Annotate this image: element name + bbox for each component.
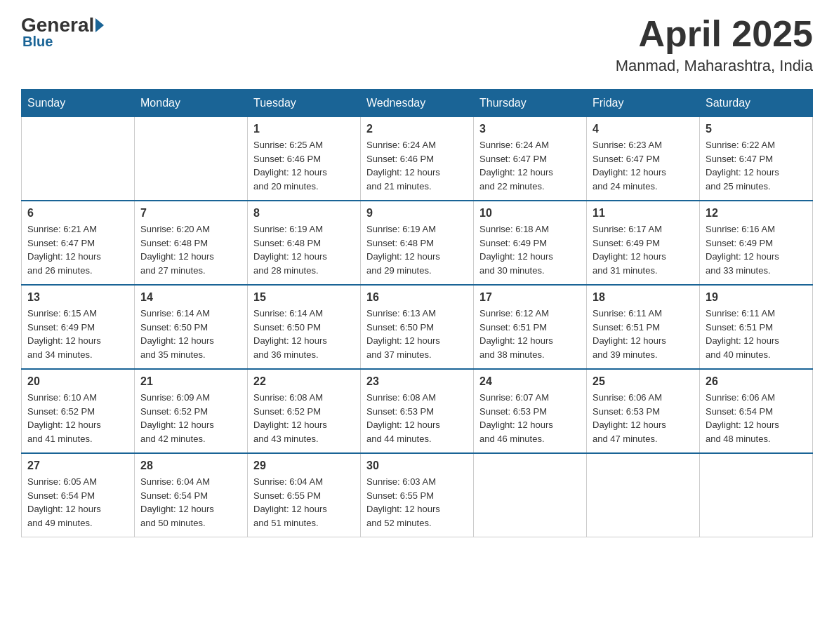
day-info: Sunrise: 6:21 AMSunset: 6:47 PMDaylight:… (27, 222, 128, 277)
calendar-cell: 24Sunrise: 6:07 AMSunset: 6:53 PMDayligh… (474, 369, 587, 453)
calendar-cell: 21Sunrise: 6:09 AMSunset: 6:52 PMDayligh… (135, 369, 248, 453)
day-number: 8 (253, 207, 355, 220)
day-info: Sunrise: 6:12 AMSunset: 6:51 PMDaylight:… (479, 307, 581, 361)
day-number: 28 (140, 459, 241, 472)
day-number: 26 (706, 375, 807, 388)
calendar-header-friday: Friday (587, 90, 700, 117)
day-number: 14 (140, 291, 241, 304)
calendar-cell (587, 453, 700, 537)
day-number: 19 (706, 291, 807, 304)
calendar-cell (474, 453, 587, 537)
day-info: Sunrise: 6:20 AMSunset: 6:48 PMDaylight:… (140, 222, 241, 277)
day-number: 16 (366, 291, 468, 304)
day-info: Sunrise: 6:16 AMSunset: 6:49 PMDaylight:… (706, 222, 807, 277)
day-number: 1 (253, 123, 355, 135)
day-number: 7 (140, 207, 241, 220)
day-info: Sunrise: 6:22 AMSunset: 6:47 PMDaylight:… (706, 138, 807, 193)
logo: General Blue (21, 14, 105, 50)
day-info: Sunrise: 6:04 AMSunset: 6:54 PMDaylight:… (140, 475, 241, 530)
calendar-cell (22, 117, 135, 201)
day-number: 17 (479, 291, 581, 304)
calendar-cell: 19Sunrise: 6:11 AMSunset: 6:51 PMDayligh… (700, 285, 813, 369)
day-number: 24 (479, 375, 581, 388)
calendar-cell: 29Sunrise: 6:04 AMSunset: 6:55 PMDayligh… (248, 453, 361, 537)
logo-blue: Blue (22, 34, 53, 50)
day-number: 15 (253, 291, 355, 304)
day-info: Sunrise: 6:07 AMSunset: 6:53 PMDaylight:… (479, 391, 581, 445)
day-info: Sunrise: 6:17 AMSunset: 6:49 PMDaylight:… (593, 222, 694, 277)
calendar-cell: 28Sunrise: 6:04 AMSunset: 6:54 PMDayligh… (135, 453, 248, 537)
day-info: Sunrise: 6:11 AMSunset: 6:51 PMDaylight:… (593, 307, 694, 361)
calendar-cell: 13Sunrise: 6:15 AMSunset: 6:49 PMDayligh… (22, 285, 135, 369)
title-section: April 2025 Manmad, Maharashtra, India (616, 14, 813, 75)
calendar-header-saturday: Saturday (700, 90, 813, 117)
day-number: 5 (706, 123, 807, 135)
calendar-table: SundayMondayTuesdayWednesdayThursdayFrid… (21, 89, 813, 537)
day-number: 10 (479, 207, 581, 220)
day-info: Sunrise: 6:04 AMSunset: 6:55 PMDaylight:… (253, 475, 355, 530)
calendar-cell: 25Sunrise: 6:06 AMSunset: 6:53 PMDayligh… (587, 369, 700, 453)
calendar-cell: 7Sunrise: 6:20 AMSunset: 6:48 PMDaylight… (135, 201, 248, 285)
calendar-week-row: 6Sunrise: 6:21 AMSunset: 6:47 PMDaylight… (22, 201, 813, 285)
day-info: Sunrise: 6:18 AMSunset: 6:49 PMDaylight:… (479, 222, 581, 277)
day-info: Sunrise: 6:11 AMSunset: 6:51 PMDaylight:… (706, 307, 807, 361)
calendar-cell: 8Sunrise: 6:19 AMSunset: 6:48 PMDaylight… (248, 201, 361, 285)
calendar-header-thursday: Thursday (474, 90, 587, 117)
calendar-header-monday: Monday (135, 90, 248, 117)
day-info: Sunrise: 6:13 AMSunset: 6:50 PMDaylight:… (366, 307, 468, 361)
day-number: 25 (593, 375, 694, 388)
day-info: Sunrise: 6:14 AMSunset: 6:50 PMDaylight:… (140, 307, 241, 361)
day-info: Sunrise: 6:06 AMSunset: 6:54 PMDaylight:… (706, 391, 807, 445)
calendar-cell: 10Sunrise: 6:18 AMSunset: 6:49 PMDayligh… (474, 201, 587, 285)
day-info: Sunrise: 6:24 AMSunset: 6:47 PMDaylight:… (479, 138, 581, 193)
day-info: Sunrise: 6:15 AMSunset: 6:49 PMDaylight:… (27, 307, 128, 361)
calendar-cell: 16Sunrise: 6:13 AMSunset: 6:50 PMDayligh… (361, 285, 474, 369)
calendar-cell (135, 117, 248, 201)
calendar-cell: 3Sunrise: 6:24 AMSunset: 6:47 PMDaylight… (474, 117, 587, 201)
calendar-cell: 11Sunrise: 6:17 AMSunset: 6:49 PMDayligh… (587, 201, 700, 285)
calendar-cell: 18Sunrise: 6:11 AMSunset: 6:51 PMDayligh… (587, 285, 700, 369)
day-number: 9 (366, 207, 468, 220)
day-number: 2 (366, 123, 468, 135)
calendar-header-tuesday: Tuesday (248, 90, 361, 117)
calendar-cell: 2Sunrise: 6:24 AMSunset: 6:46 PMDaylight… (361, 117, 474, 201)
calendar-cell: 4Sunrise: 6:23 AMSunset: 6:47 PMDaylight… (587, 117, 700, 201)
day-info: Sunrise: 6:05 AMSunset: 6:54 PMDaylight:… (27, 475, 128, 530)
calendar-cell: 30Sunrise: 6:03 AMSunset: 6:55 PMDayligh… (361, 453, 474, 537)
day-number: 21 (140, 375, 241, 388)
calendar-header-sunday: Sunday (22, 90, 135, 117)
day-number: 3 (479, 123, 581, 135)
day-number: 22 (253, 375, 355, 388)
calendar-cell: 1Sunrise: 6:25 AMSunset: 6:46 PMDaylight… (248, 117, 361, 201)
month-title: April 2025 (616, 14, 813, 54)
day-info: Sunrise: 6:03 AMSunset: 6:55 PMDaylight:… (366, 475, 468, 530)
day-info: Sunrise: 6:08 AMSunset: 6:52 PMDaylight:… (253, 391, 355, 445)
calendar-week-row: 13Sunrise: 6:15 AMSunset: 6:49 PMDayligh… (22, 285, 813, 369)
day-info: Sunrise: 6:14 AMSunset: 6:50 PMDaylight:… (253, 307, 355, 361)
day-info: Sunrise: 6:08 AMSunset: 6:53 PMDaylight:… (366, 391, 468, 445)
day-info: Sunrise: 6:25 AMSunset: 6:46 PMDaylight:… (253, 138, 355, 193)
day-info: Sunrise: 6:06 AMSunset: 6:53 PMDaylight:… (593, 391, 694, 445)
day-info: Sunrise: 6:10 AMSunset: 6:52 PMDaylight:… (27, 391, 128, 445)
calendar-week-row: 27Sunrise: 6:05 AMSunset: 6:54 PMDayligh… (22, 453, 813, 537)
calendar-cell: 12Sunrise: 6:16 AMSunset: 6:49 PMDayligh… (700, 201, 813, 285)
calendar-header-row: SundayMondayTuesdayWednesdayThursdayFrid… (22, 90, 813, 117)
day-info: Sunrise: 6:24 AMSunset: 6:46 PMDaylight:… (366, 138, 468, 193)
logo-arrow-icon (95, 18, 104, 32)
day-number: 23 (366, 375, 468, 388)
day-number: 20 (27, 375, 128, 388)
day-info: Sunrise: 6:19 AMSunset: 6:48 PMDaylight:… (366, 222, 468, 277)
calendar-cell: 27Sunrise: 6:05 AMSunset: 6:54 PMDayligh… (22, 453, 135, 537)
day-number: 27 (27, 459, 128, 472)
location: Manmad, Maharashtra, India (616, 57, 813, 75)
day-info: Sunrise: 6:19 AMSunset: 6:48 PMDaylight:… (253, 222, 355, 277)
day-number: 6 (27, 207, 128, 220)
calendar-cell: 22Sunrise: 6:08 AMSunset: 6:52 PMDayligh… (248, 369, 361, 453)
calendar-cell: 6Sunrise: 6:21 AMSunset: 6:47 PMDaylight… (22, 201, 135, 285)
calendar-cell: 9Sunrise: 6:19 AMSunset: 6:48 PMDaylight… (361, 201, 474, 285)
calendar-week-row: 1Sunrise: 6:25 AMSunset: 6:46 PMDaylight… (22, 117, 813, 201)
day-number: 11 (593, 207, 694, 220)
calendar-cell: 5Sunrise: 6:22 AMSunset: 6:47 PMDaylight… (700, 117, 813, 201)
calendar-cell: 26Sunrise: 6:06 AMSunset: 6:54 PMDayligh… (700, 369, 813, 453)
calendar-cell: 15Sunrise: 6:14 AMSunset: 6:50 PMDayligh… (248, 285, 361, 369)
